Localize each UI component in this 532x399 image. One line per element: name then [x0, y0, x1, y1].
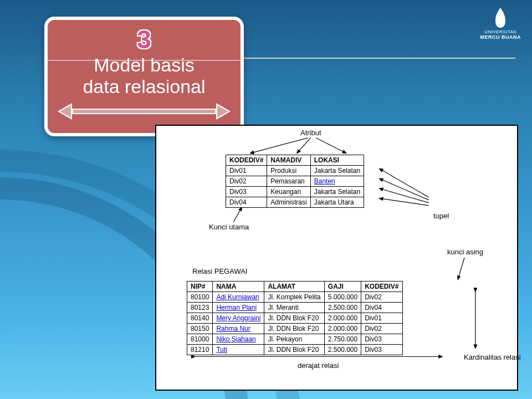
table-row: Div01ProduksiJakarta Selatan: [226, 166, 364, 176]
label-tupel: tupel: [433, 212, 449, 220]
svg-line-0: [250, 138, 308, 154]
table-pegawai: NIP#NAMAALAMATGAJIKODEDIV# 80100Adi Kurn…: [187, 281, 403, 355]
table-row: NIP#NAMAALAMATGAJIKODEDIV#: [187, 282, 403, 292]
logo-name: MERCU BUANA: [480, 35, 521, 40]
svg-line-5: [379, 188, 428, 203]
svg-line-2: [316, 138, 346, 154]
table-row: 80100Adi KurniawanJl. Komplek Pelita5.00…: [187, 292, 403, 303]
flame-icon: [491, 7, 510, 29]
svg-line-4: [379, 178, 428, 200]
svg-line-7: [234, 207, 242, 222]
diagram-panel: Atribut Kunci utama tupel kunci asing Re…: [155, 125, 518, 391]
divider: [48, 60, 241, 61]
label-atribut: Atribut: [300, 129, 321, 137]
svg-line-1: [297, 138, 311, 154]
table-row: Div03KeuanganJakarta Selatan: [226, 187, 364, 197]
table-row: 81000Niko SiahaanJl. Pekayon2.750.000Div…: [187, 334, 403, 345]
double-arrow-icon: [61, 105, 227, 117]
chapter-number: 3: [58, 27, 231, 52]
table-row: Div02PemasaranBanten: [226, 176, 364, 187]
title-card: 3 Model basis data relasional: [44, 17, 244, 136]
decorative-line: [244, 58, 515, 59]
university-logo: UNIVERSITAS MERCU BUANA: [480, 7, 521, 40]
table-row: Div04AdministrasiJakarta Utara: [226, 197, 364, 208]
table-row: 80150Rahma NurJl. DDN Blok F202.000.000D…: [187, 324, 403, 334]
logo-univ: UNIVERSITAS: [484, 29, 516, 34]
svg-line-6: [379, 198, 428, 206]
table-row: KODEDIV#NAMADIVLOKASI: [226, 155, 364, 166]
table-row: 80140Mery AnggrainiJl. DDN Blok F202.000…: [187, 313, 403, 324]
svg-line-8: [458, 258, 464, 280]
table-divisi: KODEDIV#NAMADIVLOKASI Div01ProduksiJakar…: [226, 155, 364, 208]
label-kardinalitas: Kardinalitas relasi: [464, 353, 521, 361]
svg-line-3: [379, 168, 428, 197]
label-relasi-pegawai: Relasi PEGAWAI: [192, 267, 247, 275]
table-row: 80123Herman PlaniJl. Meranti2.500.000Div…: [187, 303, 403, 313]
label-kunci-asing: kunci asing: [447, 248, 483, 256]
label-kunci-utama: Kunci utama: [209, 223, 249, 231]
table-row: 81210TutiJl. DDN Blok F202.500.000Div03: [187, 345, 403, 355]
label-derajat-relasi: derajat relasi: [298, 361, 339, 370]
